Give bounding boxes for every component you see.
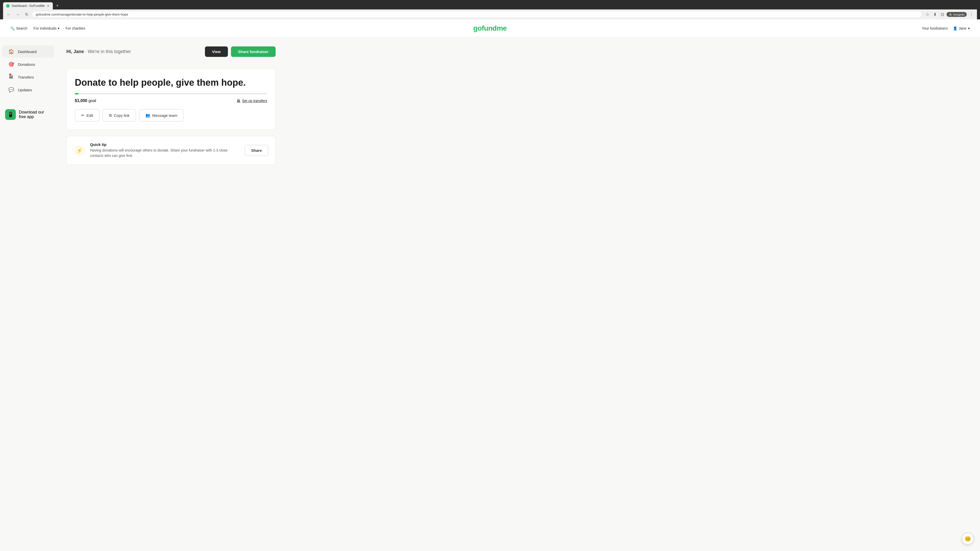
sidebar-item-dashboard[interactable]: 🏠 Dashboard — [2, 45, 54, 58]
forward-button[interactable]: → — [14, 11, 21, 18]
app-store-icon: 📱 — [5, 109, 16, 120]
setup-transfers-label: Set up transfers — [242, 99, 267, 103]
search-label: Search — [16, 26, 27, 30]
content-header: Hi, Jane · We're in this together View S… — [66, 42, 275, 61]
progress-bar-container — [75, 93, 267, 94]
for-individuals-nav[interactable]: For individuals ▾ — [33, 26, 59, 30]
sidebar-updates-label: Updates — [18, 88, 32, 92]
greeting-section: Hi, Jane · We're in this together — [66, 49, 131, 54]
chat-icon: 😊 — [965, 536, 971, 542]
progress-bar-fill — [75, 93, 79, 94]
fundraiser-title: Donate to help people, give them hope. — [75, 77, 267, 88]
tip-content: Quick tip Having donations will encourag… — [90, 142, 240, 159]
message-team-icon: 👥 — [145, 113, 150, 118]
chevron-down-icon: ▾ — [58, 26, 59, 30]
edit-label: Edit — [86, 113, 93, 118]
search-icon: 🔍 — [10, 26, 14, 30]
bank-icon: 🏛 — [237, 99, 240, 103]
sidebar-item-transfers[interactable]: 🏛 Transfers — [2, 71, 54, 83]
message-team-button[interactable]: 👥 Message team — [139, 109, 184, 121]
sidebar-donations-label: Donations — [18, 62, 35, 67]
bookmark-button[interactable]: ☆ — [924, 11, 931, 18]
goal-text: $1,000 goal — [75, 98, 96, 103]
edit-button[interactable]: ✏ Edit — [75, 109, 100, 121]
site-logo[interactable]: gofundme — [473, 24, 507, 32]
goal-row: $1,000 goal 🏛 Set up transfers — [75, 98, 267, 103]
sidebar-dashboard-label: Dashboard — [18, 49, 37, 54]
header-action-buttons: View Share fundraiser — [205, 46, 275, 57]
browser-toolbar: ← → ↻ gofundme.com/manage/donate-to-help… — [3, 10, 977, 19]
reload-button[interactable]: ↻ — [24, 11, 30, 18]
download-app-section[interactable]: 📱 Download our free app — [0, 106, 56, 123]
for-charities-label: For charities — [65, 26, 85, 30]
edit-icon: ✏ — [81, 113, 84, 118]
user-icon: 👤 — [953, 26, 957, 30]
download-app-label: Download our free app — [19, 110, 51, 119]
incognito-badge: 🕵 Incognito — [947, 12, 967, 17]
toolbar-actions: ☆ ⬇ ⊡ 🕵 Incognito ⋮ — [924, 11, 975, 18]
notification-dot — [9, 73, 11, 76]
greeting-subtitle: · We're in this together — [85, 49, 131, 54]
message-team-label: Message team — [152, 113, 177, 118]
sidebar-item-updates[interactable]: 💬 Updates — [2, 84, 54, 96]
user-chevron-icon: ▾ — [968, 26, 970, 30]
lightning-icon: ⚡ — [74, 145, 85, 156]
download-button[interactable]: ⬇ — [932, 11, 938, 18]
goal-label: goal — [88, 98, 96, 103]
goal-info: $1,000 goal — [75, 98, 96, 103]
more-button[interactable]: ⋮ — [968, 11, 975, 18]
header-nav-left: 🔍 Search For individuals ▾ For charities — [10, 26, 85, 30]
view-button[interactable]: View — [205, 46, 228, 57]
tab-close-button[interactable]: ✕ — [47, 4, 50, 8]
quick-tip-card: ⚡ Quick tip Having donations will encour… — [66, 136, 275, 165]
chat-widget[interactable]: 😊 — [962, 533, 974, 545]
user-menu[interactable]: 👤 Jane ▾ — [953, 26, 970, 30]
donations-icon: 🎯 — [8, 61, 14, 67]
content-area: Hi, Jane · We're in this together View S… — [56, 37, 286, 551]
logo-text: gofundme — [473, 24, 507, 32]
sidebar-item-donations[interactable]: 🎯 Donations — [2, 58, 54, 70]
tip-share-button[interactable]: Share — [245, 145, 268, 156]
action-buttons: ✏ Edit ⧉ Copy link 👥 Message team — [75, 109, 267, 121]
your-fundraisers-link[interactable]: Your fundraisers — [922, 26, 948, 30]
fundraiser-card: Donate to help people, give them hope. $… — [66, 68, 275, 130]
tip-label: Quick tip — [90, 142, 240, 147]
active-tab[interactable]: Dashboard - GoFundMe ✕ — [3, 2, 53, 10]
home-icon: 🏠 — [8, 48, 14, 55]
share-fundraiser-button[interactable]: Share fundraiser — [231, 46, 275, 57]
user-name-label: Jane — [959, 26, 966, 30]
header-nav-right: Your fundraisers 👤 Jane ▾ — [922, 26, 970, 30]
new-tab-button[interactable]: + — [54, 2, 61, 10]
main-layout: 🏠 Dashboard 🎯 Donations 🏛 Transfers 💬 Up… — [0, 37, 980, 551]
tab-favicon — [6, 4, 10, 8]
incognito-label: Incognito — [953, 13, 965, 16]
extend-button[interactable]: ⊡ — [939, 11, 945, 18]
sidebar: 🏠 Dashboard 🎯 Donations 🏛 Transfers 💬 Up… — [0, 37, 56, 551]
for-individuals-label: For individuals — [33, 26, 56, 30]
site-header: 🔍 Search For individuals ▾ For charities… — [0, 19, 980, 37]
search-link[interactable]: 🔍 Search — [10, 26, 27, 30]
goal-amount: $1,000 — [75, 98, 87, 103]
copy-icon: ⧉ — [109, 113, 112, 118]
tab-title: Dashboard - GoFundMe — [12, 4, 45, 8]
greeting-text: Hi, Jane · We're in this together — [66, 49, 131, 54]
browser-chrome: Dashboard - GoFundMe ✕ + ← → ↻ gofundme.… — [0, 0, 980, 19]
tip-text: Having donations will encourage others t… — [90, 148, 240, 159]
back-button[interactable]: ← — [5, 11, 12, 18]
setup-transfers-link[interactable]: 🏛 Set up transfers — [237, 99, 267, 103]
address-bar[interactable]: gofundme.com/manage/donate-to-help-peopl… — [32, 11, 922, 18]
updates-icon: 💬 — [8, 87, 14, 93]
greeting-name: Hi, Jane — [66, 49, 84, 54]
copy-link-label: Copy link — [114, 113, 130, 118]
for-charities-nav[interactable]: For charities — [65, 26, 85, 30]
address-text: gofundme.com/manage/donate-to-help-peopl… — [36, 13, 128, 16]
copy-link-button[interactable]: ⧉ Copy link — [103, 109, 136, 121]
sidebar-transfers-label: Transfers — [18, 75, 34, 79]
browser-tabs: Dashboard - GoFundMe ✕ + — [3, 2, 977, 10]
